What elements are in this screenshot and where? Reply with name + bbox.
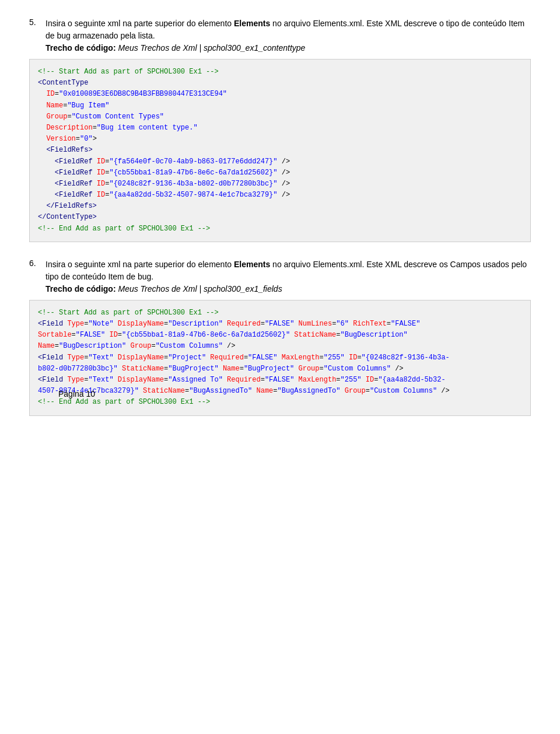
section-5: 5. Insira o seguinte xml na parte superi… <box>29 18 531 242</box>
code6-field-1-id-attr: ID <box>109 331 117 339</box>
code6-field-1-name-attr: Name <box>38 342 55 350</box>
code6-field-2-grp-val: "Custom Columns" <box>324 365 391 373</box>
code5-tag-fieldrefs-close: </FieldRefs> <box>46 202 96 210</box>
section-5-element-bold: Elements <box>234 19 270 28</box>
code6-field-2-id-val2: b802-d0b77280b3bc}" <box>38 365 118 373</box>
code6-field-2-sn-attr: StaticName <box>122 365 164 373</box>
code6-field-1-tag: <Field <box>38 320 63 328</box>
code6-field-2-name-attr: Name <box>223 365 240 373</box>
code5-val-name: "Bug Item" <box>67 102 109 110</box>
code6-field-3-sn-val: "BugAssignedTo" <box>189 387 252 395</box>
code6-field-3-name-val: "BugAssignedTo" <box>278 387 341 395</box>
code6-field-1-nl-val: "6" <box>336 320 349 328</box>
code5-val-version: "0" <box>80 135 93 143</box>
section-6-number: 6. <box>29 258 46 268</box>
code6-field-3-name-attr: Name <box>256 387 273 395</box>
code6-field-2-grp-attr: Group <box>299 365 320 373</box>
section-5-code-block: <!-- Start Add as part of SPCHOL300 Ex1 … <box>29 59 531 242</box>
code5-attr-group: Group <box>46 113 67 121</box>
code5-fieldref-2-val: "{cb55bba1-81a9-47b6-8e6c-6a7da1d25602}" <box>109 169 277 177</box>
code6-field-2-req-val: "FALSE" <box>248 354 277 362</box>
code6-field-3-req-attr: Required <box>227 376 261 384</box>
code6-field-1-rt-attr: RichText <box>353 320 387 328</box>
code6-field-1-req-val: "FALSE" <box>265 320 294 328</box>
section-5-code-label: Trecho de código: Meus Trechos de Xml | … <box>46 43 305 53</box>
code5-attr-version: Version <box>46 135 75 143</box>
section-5-text: Insira o seguinte xml na parte superior … <box>46 18 531 54</box>
code6-field-1-dn-attr: DisplayName <box>118 320 164 328</box>
code6-field-3-dn-val: "Assigned To" <box>168 376 223 384</box>
code6-field-2-type-val: "Text" <box>88 354 113 362</box>
code5-attr-desc: Description <box>46 124 92 132</box>
code6-field-2-tag: <Field <box>38 354 63 362</box>
section-5-intro: Insira o seguinte xml na parte superior … <box>46 19 234 28</box>
code5-fieldref-4: <FieldRef <box>55 191 93 199</box>
code5-tag-contenttype-open: <ContentType <box>38 79 88 87</box>
code6-field-2-id-val: "{0248c82f-9136-4b3a- <box>362 354 450 362</box>
code5-fieldref-3-attr: ID <box>97 180 105 188</box>
code6-field-3-id-val: "{aa4a82dd-5b32- <box>378 376 445 384</box>
code6-field-3-sn-attr: StaticName <box>143 387 185 395</box>
code5-val-id: "0x010089E3E6DB8C9B4B3FBB980447E313CE94" <box>59 90 227 98</box>
section-6-code-label-prefix: Trecho de código: <box>46 284 116 293</box>
section-6: 6. Insira o seguinte xml na parte superi… <box>29 258 531 416</box>
code5-val-desc: "Bug item content type." <box>97 124 198 132</box>
code6-field-1-name-val: "BugDescription" <box>59 342 126 350</box>
code6-field-2-id-attr: ID <box>349 354 357 362</box>
code6-field-1-id-val: "{cb55bba1-81a9-47b6-8e6c-6a7da1d25602}" <box>122 331 290 339</box>
code5-comment-end: <!-- End Add as part of SPCHOL300 Ex1 --… <box>38 225 210 233</box>
section-6-intro: Insira o seguinte xml na parte superior … <box>46 260 234 269</box>
code6-field-3-grp-val: "Custom Columns" <box>370 387 437 395</box>
code6-field-2-ml-attr: MaxLength <box>282 354 320 362</box>
code6-field-2-sn-val: "BugProject" <box>168 365 218 373</box>
code6-field-1-type-attr: Type <box>67 320 84 328</box>
code6-field-1-grp-attr: Group <box>130 342 151 350</box>
code5-attr-name: Name <box>46 102 63 110</box>
code6-field-3-dn-attr: DisplayName <box>118 376 164 384</box>
code5-fieldref-1-val: "{fa564e0f-0c70-4ab9-b863-0177e6ddd247}" <box>109 158 277 166</box>
code6-field-3-tag: <Field <box>38 376 63 384</box>
code5-val-group: "Custom Content Types" <box>72 113 164 121</box>
code6-field-2-name-val: "BugProject" <box>244 365 294 373</box>
section-6-code-label-value: Meus Trechos de Xml | spchol300_ex1_fiel… <box>116 284 282 293</box>
code6-field-1-sn-val: "BugDescription" <box>341 331 408 339</box>
code6-field-3-ml-val: "255" <box>341 376 362 384</box>
code6-field-1-sort-attr: Sortable <box>38 331 72 339</box>
code6-field-1-sort-val: "FALSE" <box>76 331 105 339</box>
section-6-code-block: <!-- Start Add as part of SPCHOL300 Ex1 … <box>29 300 531 416</box>
code6-field-3-id-attr: ID <box>366 376 374 384</box>
code6-field-3-grp-attr: Group <box>345 387 366 395</box>
section-5-number: 5. <box>29 18 46 27</box>
code6-field-2-req-attr: Required <box>210 354 244 362</box>
section-6-code-label: Trecho de código: Meus Trechos de Xml | … <box>46 284 282 293</box>
section-6-element-bold: Elements <box>234 260 270 269</box>
code5-fieldref-3: <FieldRef <box>55 180 93 188</box>
section-5-code-label-value: Meus Trechos de Xml | spchol300_ex1_cont… <box>116 43 306 53</box>
code6-field-1-sn-attr: StaticName <box>294 331 336 339</box>
code6-comment-end: <!-- End Add as part of SPCHOL300 Ex1 --… <box>38 398 210 406</box>
code5-tag-fieldrefs: <FieldRefs> <box>46 146 92 154</box>
code6-field-1-grp-val: "Custom Columns" <box>156 342 223 350</box>
code5-fieldref-3-val: "{0248c82f-9136-4b3a-b802-d0b77280b3bc}" <box>109 180 277 188</box>
code5-fieldref-2: <FieldRef <box>55 169 93 177</box>
code6-field-1-rt-val: "FALSE" <box>391 320 420 328</box>
code6-field-2-type-attr: Type <box>67 354 84 362</box>
code6-field-3-type-attr: Type <box>67 376 84 384</box>
code5-fieldref-1-attr: ID <box>97 158 105 166</box>
code5-comment-start: <!-- Start Add as part of SPCHOL300 Ex1 … <box>38 68 219 76</box>
code6-field-3-req-val: "FALSE" <box>265 376 294 384</box>
code5-fieldref-4-val: "{aa4a82dd-5b32-4507-9874-4e1c7bca3279}" <box>109 191 277 199</box>
section-5-header: 5. Insira o seguinte xml na parte superi… <box>29 18 531 54</box>
code6-field-2-dn-attr: DisplayName <box>118 354 164 362</box>
code6-field-2-dn-val: "Project" <box>168 354 206 362</box>
section-5-code-label-prefix: Trecho de código: <box>46 43 116 53</box>
section-6-header: 6. Insira o seguinte xml na parte superi… <box>29 258 531 295</box>
section-6-text: Insira o seguinte xml na parte superior … <box>46 258 531 295</box>
code6-field-1-dn-val: "Description" <box>168 320 223 328</box>
code6-field-1-req-attr: Required <box>227 320 261 328</box>
code6-comment-start: <!-- Start Add as part of SPCHOL300 Ex1 … <box>38 309 219 317</box>
code6-field-3-type-val: "Text" <box>88 376 113 384</box>
code5-fieldref-4-attr: ID <box>97 191 105 199</box>
page-number: Página 10 <box>58 389 95 399</box>
code6-field-1-type-val: "Note" <box>88 320 113 328</box>
